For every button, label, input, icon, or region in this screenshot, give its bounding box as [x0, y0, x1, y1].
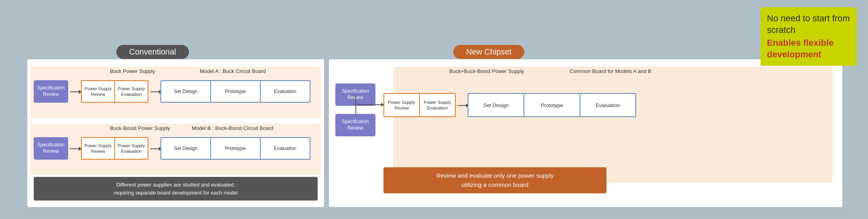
ps-group-1: Power SupplyReview Power SupplyEvaluatio…	[81, 80, 148, 103]
conventional-panel: Buck Power Supply Model A : Buck Circuit…	[27, 59, 324, 207]
arrow-spec-ps-1	[70, 90, 82, 94]
ps-eval-1: Power SupplyEvaluation	[115, 81, 148, 102]
blue-group-1: Set Design Prototype Evaluation	[160, 80, 310, 103]
buck-boost-ps-label: Buck-Boost Power Supply	[110, 125, 170, 131]
ps-eval-2: Power SupplyEvaluation	[115, 138, 148, 159]
prototype-r: Prototype	[524, 94, 580, 116]
callout-line1: No need to start from scratch	[767, 13, 850, 36]
callout-line2: Enables flexible development	[767, 37, 850, 60]
buck-ps-label: Buck Power Supply	[110, 68, 155, 74]
ps-group-r: Power SupplyReview Power SupplyEvaluatio…	[383, 93, 456, 117]
arrow-spec-ps-r	[375, 103, 384, 107]
new-chipset-header: New Chipset	[453, 45, 524, 59]
ps-review-2: Power SupplyReview	[82, 138, 115, 159]
ps-eval-r: Power SupplyEvaluation	[420, 94, 455, 116]
blue-group-2: Set Design Prototype Evaluation	[160, 137, 310, 160]
spec-review-r2: SpecificationReview	[335, 114, 375, 136]
h-connector	[355, 104, 378, 105]
evaluation-r: Evaluation	[580, 94, 635, 116]
set-design-1: Set Design	[161, 81, 211, 102]
prototype-1: Prototype	[211, 81, 261, 102]
ps-review-r: Power SupplyReview	[384, 94, 420, 116]
blue-group-r: Set Design Prototype Evaluation	[468, 93, 636, 117]
model-a-label: Model A : Buck Circuit Board	[200, 68, 266, 74]
new-chipset-panel: Buck+Buck-Boost Power Supply Common Boar…	[329, 59, 842, 207]
prototype-2: Prototype	[211, 138, 261, 159]
conventional-header: Conventional	[116, 45, 189, 59]
arrow-spec-ps-2	[70, 147, 82, 151]
evaluation-1: Evaluation	[261, 81, 310, 102]
ps-review-1: Power SupplyReview	[82, 81, 115, 102]
ps-group-2: Power SupplyReview Power SupplyEvaluatio…	[81, 137, 148, 160]
spec-review-1: SpecificationReview	[34, 80, 68, 103]
right-highlight	[393, 67, 833, 183]
set-design-r: Set Design	[468, 94, 524, 116]
spec-review-2: SpecificationReview	[34, 137, 68, 160]
set-design-2: Set Design	[161, 138, 211, 159]
new-note: Review and evaluate only one power suppl…	[383, 167, 606, 193]
buck-buckboost-label: Buck+Buck-Boost Power Supply	[449, 68, 524, 74]
model-b-label: Model B : Buck-Boost Circuit Board	[192, 125, 274, 131]
evaluation-2: Evaluation	[261, 138, 310, 159]
conv-note: Different power supplies are studied and…	[34, 177, 318, 201]
callout-box: No need to start from scratch Enables fl…	[761, 7, 857, 66]
common-board-label: Common Board for Models A and B	[570, 68, 651, 74]
